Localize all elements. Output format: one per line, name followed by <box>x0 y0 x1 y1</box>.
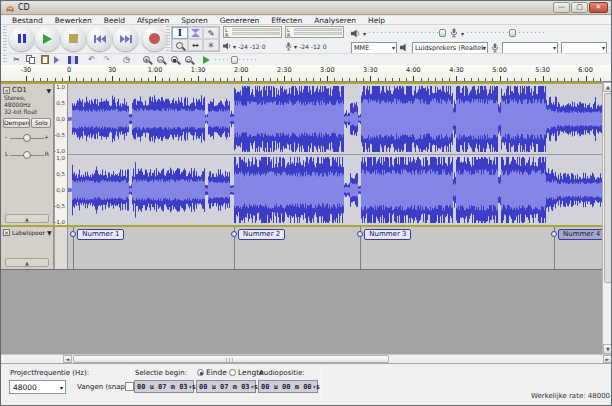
zoom-in-button[interactable]: + <box>140 54 153 65</box>
label-chip[interactable]: Nummer 1 <box>77 229 124 240</box>
audio-track-content[interactable] <box>68 84 602 225</box>
label-chip[interactable]: Nummer 2 <box>238 229 285 240</box>
snap-to-checkbox[interactable] <box>125 382 134 391</box>
input-device-select[interactable]: ▾ <box>502 42 558 54</box>
menu-afspelen[interactable]: Afspelen <box>131 16 175 25</box>
label-chip[interactable]: Nummer 3 <box>364 229 411 240</box>
sync-lock-button[interactable]: ◷ <box>120 54 133 65</box>
copy-button[interactable] <box>24 54 37 65</box>
output-volume-slider[interactable] <box>369 29 447 37</box>
vertical-ruler[interactable]: 1,00,50,0-0,5-1,01,00,50,0-0,5-1,0 <box>55 84 68 225</box>
gain-slider[interactable]: - + <box>4 131 50 145</box>
menu-bestand[interactable]: Bestand <box>6 16 49 25</box>
fit-selection-button[interactable]: ▪ <box>168 54 181 65</box>
skip-to-end-button[interactable] <box>113 26 138 51</box>
dropdown-arrow-icon[interactable]: ▾ <box>363 30 366 37</box>
skip-to-start-button[interactable] <box>87 26 112 51</box>
label-track-close-button[interactable]: × <box>3 229 10 236</box>
pan-slider-thumb[interactable] <box>23 151 31 159</box>
horizontal-scrollbar[interactable]: ◄ ► <box>1 354 612 363</box>
output-device-select[interactable]: Luidsprekers (Realtek Hig▾ <box>412 42 488 54</box>
record-button[interactable] <box>142 26 167 51</box>
scroll-right-button[interactable]: ► <box>603 355 612 363</box>
label-marker-icon[interactable] <box>357 231 363 237</box>
toolbar-grip[interactable] <box>3 26 7 52</box>
multi-tool-button[interactable]: ✳ <box>203 39 219 51</box>
label-marker-icon[interactable] <box>551 231 557 237</box>
menu-sporen[interactable]: Sporen <box>175 16 213 25</box>
dropdown-arrow-icon[interactable]: ▾ <box>294 43 297 50</box>
horizontal-scroll-thumb[interactable] <box>73 355 389 363</box>
input-volume-thumb[interactable] <box>509 29 516 37</box>
paste-button[interactable] <box>38 54 51 65</box>
mute-button[interactable]: Dempen <box>3 118 30 128</box>
scroll-left-button[interactable]: ◄ <box>63 355 72 363</box>
redo-button[interactable]: ↷ <box>100 54 113 65</box>
timeshift-tool-button[interactable]: ↔ <box>188 39 204 51</box>
solo-button[interactable]: Solo <box>31 118 51 128</box>
ruler-tick <box>91 78 92 81</box>
draw-tool-button[interactable]: ✎ <box>203 27 219 39</box>
menu-bewerken[interactable]: Bewerken <box>49 16 98 25</box>
label-chip[interactable]: Nummer 4 <box>558 229 602 240</box>
label-marker-icon[interactable] <box>231 231 237 237</box>
input-meter[interactable]: L R <box>285 26 344 38</box>
gain-slider-thumb[interactable] <box>23 134 31 142</box>
waveform-right-channel[interactable] <box>68 156 602 224</box>
zoom-tool-button[interactable] <box>172 39 188 51</box>
label-track-content[interactable]: Nummer 1Nummer 2Nummer 3Nummer 4 <box>68 227 602 269</box>
edit-toolbar-grip[interactable] <box>3 55 7 64</box>
tools-toolbar-grip[interactable] <box>166 26 170 52</box>
menu-genereren[interactable]: Genereren <box>214 16 266 25</box>
stop-button[interactable] <box>61 26 86 51</box>
label-marker-icon[interactable] <box>70 231 76 237</box>
pan-slider[interactable]: L R <box>4 148 50 162</box>
envelope-tool-button[interactable] <box>188 27 204 39</box>
dropdown-arrow-icon[interactable]: ▾ <box>461 30 464 37</box>
menu-help[interactable]: Help <box>362 16 391 25</box>
track-close-button[interactable]: × <box>3 87 10 94</box>
close-button[interactable]: ✕ <box>589 2 608 13</box>
input-channels-select[interactable]: ▾ <box>561 42 607 54</box>
output-volume-thumb[interactable] <box>439 29 446 37</box>
pause-button[interactable] <box>9 26 34 51</box>
menu-beeld[interactable]: Beeld <box>98 16 131 25</box>
label-track-collapse-button[interactable]: ▲ <box>5 258 49 267</box>
waveform-left-channel[interactable] <box>68 85 602 153</box>
trim-audio-button[interactable] <box>52 54 65 65</box>
vertical-scrollbar[interactable]: ▲ ▼ <box>602 82 612 354</box>
radio-dot-length[interactable] <box>229 369 236 376</box>
input-volume-slider[interactable] <box>467 29 545 37</box>
selection-end-field[interactable]: 00 u 07 m 03 s ▾ <box>196 380 256 393</box>
menu-analyseren[interactable]: Analyseren <box>308 16 362 25</box>
scroll-up-button[interactable]: ▲ <box>603 82 612 92</box>
undo-button[interactable]: ↶ <box>85 54 98 65</box>
output-meter[interactable]: L R <box>223 26 282 38</box>
minimize-button[interactable]: — <box>553 2 570 13</box>
selection-end-radio[interactable]: Einde <box>197 368 227 377</box>
playback-speed-thumb[interactable] <box>231 56 238 64</box>
track-collapse-button[interactable]: ▲ <box>5 214 49 223</box>
scroll-down-button[interactable]: ▼ <box>603 344 612 354</box>
cut-button[interactable]: ✂ <box>10 54 23 65</box>
audio-position-field[interactable]: 00 u 00 m 00 s ▾ <box>258 380 318 393</box>
radio-dot-end[interactable] <box>197 369 204 376</box>
track-menu-arrow-icon[interactable]: ▼ <box>46 87 51 94</box>
timeline-ruler[interactable]: -300301:001:302:002:303:003:304:004:305:… <box>1 65 611 82</box>
selection-tool-button[interactable]: I <box>172 27 188 39</box>
dropdown-arrow-icon[interactable]: ▾ <box>233 43 236 50</box>
vertical-scroll-thumb[interactable] <box>604 93 612 283</box>
title-bar[interactable]: CD — ▢ ✕ <box>1 1 611 15</box>
playback-speed-slider[interactable] <box>215 56 257 64</box>
menu-effecten[interactable]: Effecten <box>265 16 308 25</box>
silence-audio-button[interactable] <box>66 54 79 65</box>
fit-project-button[interactable]: ▫ <box>182 54 195 65</box>
project-rate-select[interactable]: 48000 ▾ <box>9 380 66 394</box>
play-at-speed-button[interactable] <box>200 54 213 65</box>
label-track-menu-arrow-icon[interactable]: ▼ <box>47 229 52 236</box>
zoom-out-button[interactable]: − <box>154 54 167 65</box>
play-button[interactable] <box>35 26 60 51</box>
selection-start-field[interactable]: 00 u 07 m 03 s ▾ <box>134 380 194 393</box>
audio-host-select[interactable]: MME▾ <box>351 42 397 54</box>
maximize-button[interactable]: ▢ <box>571 2 588 13</box>
